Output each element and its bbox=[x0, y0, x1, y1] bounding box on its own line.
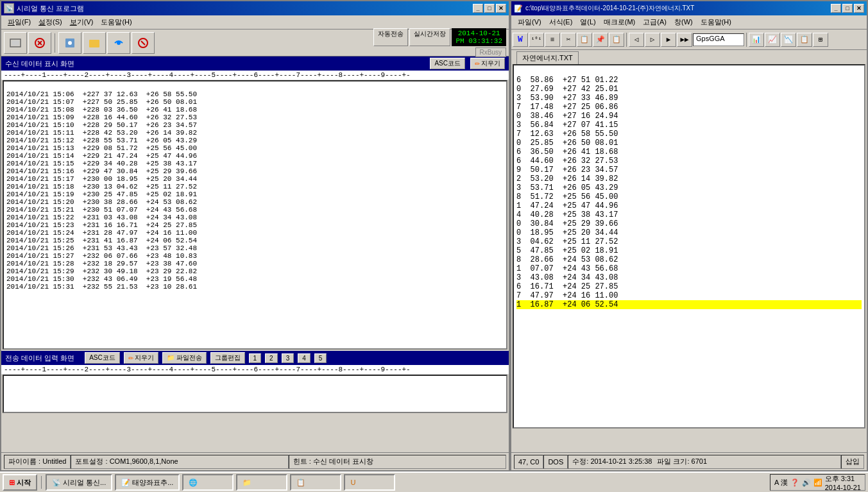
editor-maximize-button[interactable]: □ bbox=[842, 4, 853, 13]
editor-row: 3 53.90 +27 33 46.89 bbox=[516, 94, 618, 103]
editor-btn-center[interactable]: ▷ bbox=[645, 33, 660, 47]
editor-menu-macro[interactable]: 매크로(M) bbox=[600, 16, 640, 28]
auto-send-button[interactable]: 자동전송 bbox=[373, 28, 408, 46]
serial-close-button[interactable]: ✕ bbox=[496, 4, 506, 13]
data-row: 2014/10/21 15:30 +232 43 06.49 +23 19 56… bbox=[6, 275, 197, 283]
serial-maximize-button[interactable]: □ bbox=[484, 4, 495, 13]
ime-indicator[interactable]: A 漢 bbox=[774, 478, 788, 488]
taskbar-explorer-item[interactable]: 📁 bbox=[236, 474, 287, 491]
rxbusy-label: RxBusy bbox=[475, 47, 506, 57]
taskbar-extra-item[interactable]: 📋 bbox=[290, 474, 341, 491]
data-row: 2014/10/21 15:10 +228 29 50.17 +26 23 34… bbox=[6, 121, 197, 129]
group-edit-button[interactable]: 그룹편집 bbox=[210, 352, 245, 364]
editor-menu-column[interactable]: 열(L) bbox=[576, 16, 599, 28]
editor-btn-extra[interactable]: ⊞ bbox=[813, 33, 828, 47]
file-send-button[interactable]: 📁 파일전송 bbox=[162, 352, 207, 364]
editor-encoding-label: DOS bbox=[548, 458, 563, 466]
menu-file[interactable]: 파일(F) bbox=[4, 16, 35, 28]
editor-btn-paste2[interactable]: 📋 bbox=[609, 33, 624, 47]
taskbar-sep-1 bbox=[41, 476, 42, 489]
tab-2-button[interactable]: 2 bbox=[265, 353, 278, 363]
menu-settings[interactable]: 설정(S) bbox=[35, 16, 66, 28]
taskbar-ue-item[interactable]: U bbox=[344, 474, 395, 491]
editor-window-icon: 📝 bbox=[514, 4, 523, 13]
editor-btn-cut[interactable]: ✂ bbox=[561, 33, 576, 47]
toolbar-btn-disconnect[interactable] bbox=[132, 32, 155, 54]
filename-panel: 파이이름 : Untitled bbox=[4, 455, 71, 469]
editor-menu-file[interactable]: 파일(V) bbox=[514, 16, 545, 28]
editor-row: 5 47.85 +25 02 18.91 bbox=[516, 246, 618, 255]
serial-menu-bar: 파일(F) 설정(S) 보기(V) 도움말(H) bbox=[1, 15, 509, 30]
send-erase-button[interactable]: ✏ 지우기 bbox=[124, 352, 158, 364]
editor-row: 3 43.08 +24 34 43.08 bbox=[516, 273, 618, 282]
editor-row: 7 47.97 +24 16 11.00 bbox=[516, 291, 618, 300]
receive-erase-button[interactable]: ✏ 지우기 bbox=[470, 58, 505, 69]
editor-minimize-button[interactable]: _ bbox=[831, 4, 841, 13]
editor-toolbar: W ¹⁰¹ ≡ ✂ 📋 📌 📋 ◁ ▷ ▶ ▶▶ GpsGGA 📊 📈 📉 📋 … bbox=[511, 30, 867, 50]
send-ruler: ----+----1----+----2----+----3----+----4… bbox=[1, 365, 509, 375]
toolbar-sep2 bbox=[746, 33, 747, 47]
editor-row: 3 04.62 +25 11 27.52 bbox=[516, 237, 618, 246]
editor-btn-align[interactable]: ≡ bbox=[545, 33, 560, 47]
editor-content-area[interactable]: 6 58.86 +27 51 01.22 0 27.69 +27 42 25.0… bbox=[513, 64, 865, 428]
editor-menu-advanced[interactable]: 고급(A) bbox=[639, 16, 670, 28]
data-row: 2014/10/21 15:14 +229 21 47.24 +25 47 44… bbox=[6, 152, 197, 160]
data-row: 2014/10/21 15:28 +232 18 29.57 +23 38 47… bbox=[6, 260, 197, 267]
editor-insert-label: 삽입 bbox=[846, 457, 860, 466]
data-row: 2014/10/21 15:19 +230 25 47.85 +25 02 18… bbox=[6, 191, 197, 198]
editor-btn-chart3[interactable]: 📉 bbox=[781, 33, 796, 47]
svg-line-11 bbox=[141, 41, 145, 45]
editor-file-tab[interactable]: 자연에너지.TXT bbox=[516, 51, 579, 64]
taskbar-editor-item[interactable]: 📝 태양좌표추... bbox=[115, 474, 180, 491]
menu-help[interactable]: 도움말(H) bbox=[97, 16, 135, 28]
toolbar-btn-connect[interactable] bbox=[107, 32, 130, 54]
taskbar-serial-item[interactable]: 📡 시리얼 통신... bbox=[46, 474, 112, 491]
gps-format-dropdown[interactable]: GpsGGA bbox=[693, 33, 744, 46]
editor-position-label: 47, C0 bbox=[518, 458, 539, 466]
tab-1-button[interactable]: 1 bbox=[249, 353, 262, 363]
editor-btn-num[interactable]: ¹⁰¹ bbox=[529, 33, 544, 47]
receive-data-area[interactable]: 2014/10/21 15:06 +227 37 12.63 +26 58 55… bbox=[3, 80, 507, 350]
send-data-area[interactable] bbox=[3, 375, 507, 413]
data-row: 2014/10/21 15:13 +229 08 51.72 +25 56 45… bbox=[6, 144, 197, 152]
editor-menu-window[interactable]: 창(W) bbox=[670, 16, 697, 28]
toolbar-btn-settings[interactable] bbox=[58, 32, 81, 54]
data-row: 2014/10/21 15:07 +227 50 25.85 +26 50 08… bbox=[6, 98, 197, 106]
editor-btn-chart2[interactable]: 📈 bbox=[765, 33, 780, 47]
editor-btn-left[interactable]: ◁ bbox=[629, 33, 644, 47]
editor-tabs-bar: 자연에너지.TXT bbox=[511, 50, 867, 64]
serial-minimize-button[interactable]: _ bbox=[473, 4, 483, 13]
editor-btn-paste[interactable]: 📌 bbox=[593, 33, 608, 47]
send-asc-button[interactable]: ASC코드 bbox=[85, 352, 120, 364]
tab-3-button[interactable]: 3 bbox=[282, 353, 294, 363]
data-row: 2014/10/21 15:26 +231 53 43.43 +23 57 32… bbox=[6, 244, 197, 252]
svg-point-9 bbox=[117, 41, 121, 45]
editor-btn-chart4[interactable]: 📋 bbox=[797, 33, 812, 47]
systray-network-icon: 📶 bbox=[813, 479, 822, 487]
tab-4-button[interactable]: 4 bbox=[298, 353, 311, 363]
editor-btn-w[interactable]: W bbox=[513, 33, 528, 47]
editor-menu-help[interactable]: 도움말(H) bbox=[697, 16, 735, 28]
menu-view[interactable]: 보기(V) bbox=[66, 16, 98, 28]
editor-btn-copy[interactable]: 📋 bbox=[577, 33, 592, 47]
toolbar-btn-2[interactable] bbox=[28, 32, 51, 54]
editor-insert-panel: 삽입 bbox=[841, 455, 864, 469]
tab-5-button[interactable]: 5 bbox=[314, 353, 327, 363]
editor-row: 8 51.72 +25 56 45.00 bbox=[516, 192, 618, 201]
editor-menu-format[interactable]: 서식(E) bbox=[545, 16, 577, 28]
toolbar-btn-1[interactable] bbox=[4, 32, 27, 54]
editor-btn-justify[interactable]: ▶▶ bbox=[677, 33, 692, 47]
editor-btn-right[interactable]: ▶ bbox=[661, 33, 676, 47]
editor-btn-chart1[interactable]: 📊 bbox=[749, 33, 764, 47]
realtime-save-button[interactable]: 실시간저장 bbox=[409, 28, 450, 46]
editor-close-button[interactable]: ✕ bbox=[854, 4, 864, 13]
svg-rect-8 bbox=[89, 41, 94, 42]
taskbar-serial-icon: 📡 bbox=[52, 479, 61, 487]
editor-position-panel: 47, C0 bbox=[514, 455, 543, 469]
data-row: 2014/10/21 15:18 +230 13 04.62 +25 11 27… bbox=[6, 183, 197, 191]
taskbar-ie-item[interactable]: 🌐 bbox=[182, 474, 234, 491]
start-button[interactable]: ⊞ 시작 bbox=[3, 474, 37, 491]
toolbar-btn-open[interactable] bbox=[83, 32, 106, 54]
asc-code-button[interactable]: ASC코드 bbox=[430, 58, 465, 69]
editor-row: 3 56.84 +27 07 41.15 bbox=[516, 121, 618, 130]
